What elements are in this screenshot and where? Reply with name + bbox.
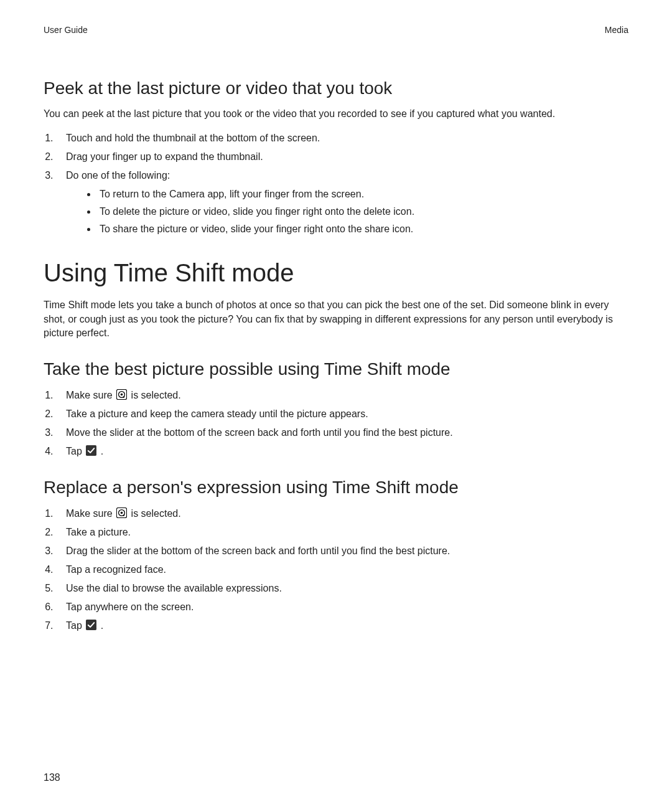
step-text-post: . <box>98 446 103 456</box>
section-intro-timeshift: Time Shift mode lets you take a bunch of… <box>44 298 628 340</box>
best-picture-steps: Make sure is selected. Take a picture an… <box>44 388 628 459</box>
svg-point-2 <box>121 393 123 395</box>
header-right: Media <box>605 25 628 35</box>
list-item: Use the dial to browse the available exp… <box>56 581 628 596</box>
section-heading-replace-expression: Replace a person's expression using Time… <box>44 478 628 498</box>
time-shift-icon <box>116 507 127 518</box>
list-item: Tap . <box>56 618 628 633</box>
list-item: Take a picture and keep the camera stead… <box>56 407 628 422</box>
page-header: User Guide Media <box>44 25 628 35</box>
replace-expression-steps: Make sure is selected. Take a picture. D… <box>44 506 628 633</box>
step-text-pre: Tap <box>66 620 85 631</box>
peek-step3-options: To return to the Camera app, lift your f… <box>66 187 628 237</box>
step-text-post: is selected. <box>128 508 180 519</box>
section-heading-best-picture: Take the best picture possible using Tim… <box>44 359 628 379</box>
list-item: Tap anywhere on the screen. <box>56 600 628 615</box>
peek-steps: Touch and hold the thumbnail at the bott… <box>44 131 628 237</box>
list-item: Make sure is selected. <box>56 388 628 403</box>
list-item: Move the slider at the bottom of the scr… <box>56 425 628 440</box>
list-item: Drag the slider at the bottom of the scr… <box>56 544 628 559</box>
list-item: Drag your finger up to expand the thumbn… <box>56 149 628 164</box>
step-text-pre: Make sure <box>66 390 115 400</box>
section-intro-peek: You can peek at the last picture that yo… <box>44 107 628 121</box>
list-item: To share the picture or video, slide you… <box>97 222 628 237</box>
list-item: Tap . <box>56 444 628 459</box>
list-item: Do one of the following: To return to th… <box>56 168 628 237</box>
section-heading-peek: Peek at the last picture or video that y… <box>44 78 628 98</box>
time-shift-icon <box>116 389 127 400</box>
checkmark-icon <box>86 620 96 630</box>
section-heading-timeshift: Using Time Shift mode <box>44 259 628 287</box>
list-item: Make sure is selected. <box>56 506 628 521</box>
list-item: Touch and hold the thumbnail at the bott… <box>56 131 628 146</box>
page-number: 138 <box>44 772 60 783</box>
step-text-post: . <box>98 620 103 631</box>
checkmark-icon <box>86 445 96 456</box>
step-text-post: is selected. <box>128 390 180 400</box>
svg-rect-7 <box>86 620 96 630</box>
step-text-pre: Tap <box>66 446 85 456</box>
svg-rect-3 <box>86 445 96 456</box>
header-left: User Guide <box>44 25 88 35</box>
list-item: Tap a recognized face. <box>56 562 628 577</box>
step-text-pre: Make sure <box>66 508 115 519</box>
list-item: Take a picture. <box>56 525 628 540</box>
svg-point-6 <box>121 511 123 514</box>
step-text: Do one of the following: <box>66 170 170 181</box>
list-item: To return to the Camera app, lift your f… <box>97 187 628 202</box>
list-item: To delete the picture or video, slide yo… <box>97 204 628 219</box>
document-page: User Guide Media Peek at the last pictur… <box>0 0 672 807</box>
